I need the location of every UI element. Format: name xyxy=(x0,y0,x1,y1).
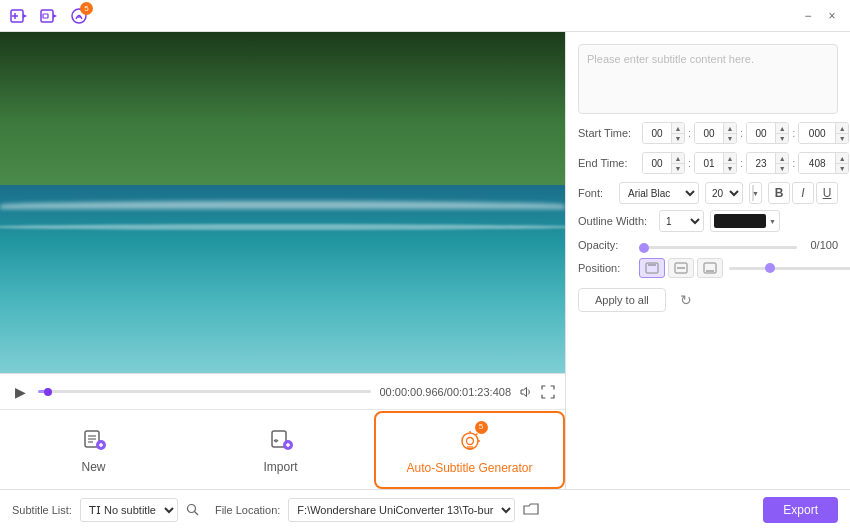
water-bg xyxy=(0,185,565,373)
fullscreen-button[interactable] xyxy=(541,385,555,399)
outline-color-picker[interactable]: ▼ xyxy=(710,210,780,232)
svg-marker-5 xyxy=(53,14,57,18)
subtitle-list-select[interactable]: 𝖳𝖨 No subtitle Subtitle 1 xyxy=(80,498,178,522)
close-button[interactable]: × xyxy=(822,6,842,26)
underline-button[interactable]: U xyxy=(816,182,838,204)
position-top-button[interactable] xyxy=(639,258,665,278)
new-icon xyxy=(81,426,107,456)
position-bottom-button[interactable] xyxy=(697,258,723,278)
forest-bg xyxy=(0,32,565,185)
controls-right xyxy=(519,385,555,399)
end-hours-input[interactable] xyxy=(643,153,671,173)
right-panel: Start Time: ▲ ▼ : ▲ ▼ : xyxy=(565,32,850,489)
position-label: Position: xyxy=(578,262,633,274)
end-minutes-down[interactable]: ▼ xyxy=(724,163,736,173)
import-label: Import xyxy=(263,460,297,474)
end-seconds-input[interactable] xyxy=(747,153,775,173)
add-folder-button[interactable] xyxy=(38,5,60,27)
color-arrow-icon: ▼ xyxy=(752,190,759,197)
video-frame xyxy=(0,32,565,373)
start-minutes-down[interactable]: ▼ xyxy=(724,133,736,143)
start-time-inputs: ▲ ▼ : ▲ ▼ : ▲ ▼ xyxy=(642,122,849,144)
play-button[interactable]: ▶ xyxy=(10,382,30,402)
title-bar-left: 5 xyxy=(8,5,90,27)
minimize-button[interactable]: − xyxy=(798,6,818,26)
end-ms-input[interactable] xyxy=(799,153,835,173)
position-middle-button[interactable] xyxy=(668,258,694,278)
auto-subtitle-button[interactable]: 5 Auto-Subtitle Generator xyxy=(374,411,565,489)
start-seconds-input[interactable] xyxy=(747,123,775,143)
start-hours-input[interactable] xyxy=(643,123,671,143)
end-minutes-input[interactable] xyxy=(695,153,723,173)
browse-folder-button[interactable] xyxy=(523,503,539,517)
start-ms-up[interactable]: ▲ xyxy=(836,123,848,133)
add-video-button[interactable] xyxy=(8,5,30,27)
video-area[interactable] xyxy=(0,32,565,373)
new-subtitle-button[interactable]: New xyxy=(0,414,187,486)
ai-subtitle-button[interactable]: 5 xyxy=(68,5,90,27)
action-buttons: New Import xyxy=(0,409,565,489)
start-hours-down[interactable]: ▼ xyxy=(672,133,684,143)
svg-point-24 xyxy=(466,437,473,444)
opacity-label: Opacity: xyxy=(578,239,633,251)
file-location-label: File Location: xyxy=(215,504,280,516)
export-button[interactable]: Export xyxy=(763,497,838,523)
opacity-row: Opacity: 0/100 xyxy=(578,238,838,252)
end-seconds-down[interactable]: ▼ xyxy=(776,163,788,173)
auto-subtitle-icon: 5 xyxy=(456,425,484,457)
start-ms-field: ▲ ▼ xyxy=(798,122,849,144)
style-buttons: B I U xyxy=(768,182,838,204)
start-ms-spin: ▲ ▼ xyxy=(835,123,848,143)
font-color-picker[interactable]: ▼ xyxy=(749,182,762,204)
outline-row: Outline Width: 1 0 2 3 ▼ xyxy=(578,210,838,232)
end-ms-up[interactable]: ▲ xyxy=(836,153,848,163)
end-seconds-up[interactable]: ▲ xyxy=(776,153,788,163)
end-hours-down[interactable]: ▼ xyxy=(672,163,684,173)
font-size-select[interactable]: 20 14 16 18 24 28 32 xyxy=(705,182,743,204)
apply-to-all-button[interactable]: Apply to all xyxy=(578,288,666,312)
outline-color-arrow-icon: ▼ xyxy=(769,218,776,225)
position-slider[interactable] xyxy=(729,267,850,270)
start-seconds-up[interactable]: ▲ xyxy=(776,123,788,133)
subtitle-content-input[interactable] xyxy=(578,44,838,114)
file-location-select[interactable]: F:\Wondershare UniConverter 13\To-bur xyxy=(288,498,515,522)
start-minutes-spin: ▲ ▼ xyxy=(723,123,736,143)
start-ms-down[interactable]: ▼ xyxy=(836,133,848,143)
start-hours-up[interactable]: ▲ xyxy=(672,123,684,133)
start-seconds-down[interactable]: ▼ xyxy=(776,133,788,143)
svg-marker-1 xyxy=(23,14,27,18)
refresh-button[interactable]: ↻ xyxy=(674,288,698,312)
title-bar: 5 − × xyxy=(0,0,850,32)
start-ms-input[interactable] xyxy=(799,123,835,143)
opacity-slider-container xyxy=(639,238,797,252)
start-minutes-input[interactable] xyxy=(695,123,723,143)
wave1 xyxy=(0,201,565,209)
start-time-label: Start Time: xyxy=(578,127,638,139)
end-hours-up[interactable]: ▲ xyxy=(672,153,684,163)
end-time-row: End Time: ▲ ▼ : ▲ ▼ : xyxy=(578,152,838,174)
outline-width-select[interactable]: 1 0 2 3 xyxy=(659,210,704,232)
svg-rect-6 xyxy=(43,14,48,18)
start-hours-spin: ▲ ▼ xyxy=(671,123,684,143)
italic-button[interactable]: I xyxy=(792,182,814,204)
seek-bar[interactable] xyxy=(38,390,371,393)
left-panel: ▶ 00:00:00.966/00:01:23:408 xyxy=(0,32,565,489)
start-minutes-up[interactable]: ▲ xyxy=(724,123,736,133)
opacity-slider[interactable] xyxy=(639,246,797,249)
import-subtitle-button[interactable]: Import xyxy=(187,414,374,486)
volume-button[interactable] xyxy=(519,385,533,399)
outline-color-preview xyxy=(714,214,766,228)
outline-label: Outline Width: xyxy=(578,215,653,227)
end-hours-spin: ▲ ▼ xyxy=(671,153,684,173)
bold-button[interactable]: B xyxy=(768,182,790,204)
end-ms-down[interactable]: ▼ xyxy=(836,163,848,173)
start-seconds-field: ▲ ▼ xyxy=(746,122,789,144)
badge-container: 5 xyxy=(456,425,484,457)
start-minutes-field: ▲ ▼ xyxy=(694,122,737,144)
seek-thumb xyxy=(44,388,52,396)
subtitle-search-button[interactable] xyxy=(186,503,199,516)
font-select[interactable]: Arial Blac Arial Times New Roman xyxy=(619,182,699,204)
import-icon xyxy=(268,426,294,456)
end-minutes-up[interactable]: ▲ xyxy=(724,153,736,163)
time-display: 00:00:00.966/00:01:23:408 xyxy=(379,386,511,398)
